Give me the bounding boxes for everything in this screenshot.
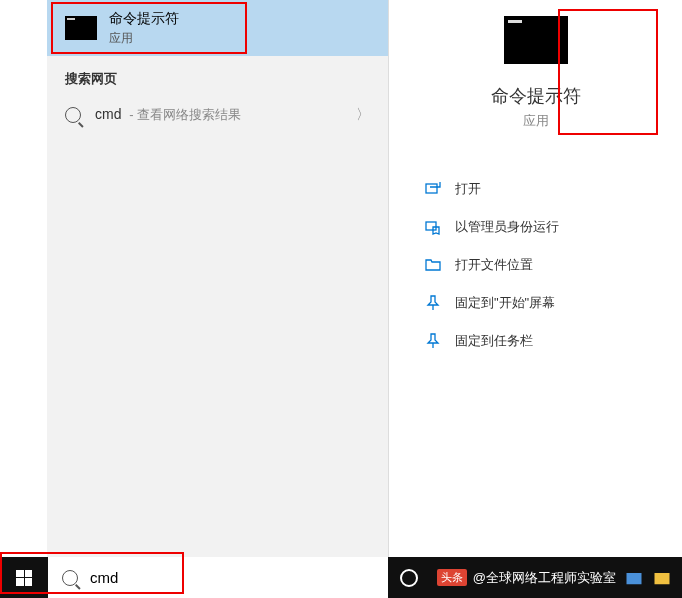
action-label: 打开文件位置 bbox=[455, 256, 533, 274]
action-label: 固定到"开始"屏幕 bbox=[455, 294, 555, 312]
best-match-subtitle: 应用 bbox=[109, 30, 179, 47]
svg-rect-0 bbox=[426, 184, 437, 193]
action-pin-taskbar[interactable]: 固定到任务栏 bbox=[389, 322, 682, 360]
cmd-detail-icon bbox=[504, 16, 568, 64]
start-button[interactable] bbox=[0, 557, 48, 598]
admin-icon bbox=[425, 219, 441, 235]
pin-start-icon bbox=[425, 295, 441, 311]
search-results-panel: 命令提示符 应用 搜索网页 cmd - 查看网络搜索结果 〉 bbox=[47, 0, 389, 557]
best-match-result[interactable]: 命令提示符 应用 bbox=[47, 0, 388, 56]
chevron-right-icon: 〉 bbox=[356, 106, 370, 124]
web-section-header: 搜索网页 bbox=[47, 56, 388, 96]
best-match-title: 命令提示符 bbox=[109, 10, 179, 28]
toutiao-badge: 头条 bbox=[437, 569, 467, 586]
cortana-icon[interactable] bbox=[400, 569, 418, 587]
search-icon bbox=[65, 107, 81, 123]
action-pin-start[interactable]: 固定到"开始"屏幕 bbox=[389, 284, 682, 322]
svg-rect-2 bbox=[627, 573, 642, 584]
taskbar: 头条 @全球网络工程师实验室 bbox=[0, 557, 682, 598]
taskbar-right: 头条 @全球网络工程师实验室 bbox=[437, 568, 682, 588]
detail-title: 命令提示符 bbox=[409, 84, 662, 108]
folder-icon bbox=[425, 257, 441, 273]
toutiao-watermark: 头条 @全球网络工程师实验室 bbox=[437, 569, 616, 587]
web-query: cmd bbox=[95, 106, 121, 122]
actions-list: 打开 以管理员身份运行 打开文件位置 固定到"开始"屏幕 固定到任务栏 bbox=[389, 150, 682, 360]
action-label: 以管理员身份运行 bbox=[455, 218, 559, 236]
search-icon bbox=[62, 570, 78, 586]
windows-logo-icon bbox=[16, 570, 32, 586]
open-icon bbox=[425, 181, 441, 197]
action-run-admin[interactable]: 以管理员身份运行 bbox=[389, 208, 682, 246]
toutiao-author: @全球网络工程师实验室 bbox=[473, 569, 616, 587]
web-hint: - 查看网络搜索结果 bbox=[129, 107, 241, 122]
action-label: 固定到任务栏 bbox=[455, 332, 533, 350]
pin-taskbar-icon bbox=[425, 333, 441, 349]
action-label: 打开 bbox=[455, 180, 481, 198]
tray-icon[interactable] bbox=[652, 568, 672, 588]
action-open-location[interactable]: 打开文件位置 bbox=[389, 246, 682, 284]
svg-rect-3 bbox=[655, 573, 670, 584]
detail-header: 命令提示符 应用 bbox=[389, 16, 682, 150]
web-result-text: cmd - 查看网络搜索结果 bbox=[95, 106, 342, 124]
web-search-result[interactable]: cmd - 查看网络搜索结果 〉 bbox=[47, 96, 388, 134]
search-input[interactable] bbox=[90, 569, 374, 586]
detail-subtitle: 应用 bbox=[409, 112, 662, 130]
taskbar-search-box[interactable] bbox=[48, 557, 388, 598]
tray-icon[interactable] bbox=[624, 568, 644, 588]
svg-rect-1 bbox=[426, 222, 436, 230]
action-open[interactable]: 打开 bbox=[389, 170, 682, 208]
detail-panel: 命令提示符 应用 打开 以管理员身份运行 打开文件位置 固定到"开始"屏幕 固定… bbox=[389, 0, 682, 557]
cmd-app-icon bbox=[65, 16, 97, 40]
best-match-text: 命令提示符 应用 bbox=[109, 10, 179, 47]
